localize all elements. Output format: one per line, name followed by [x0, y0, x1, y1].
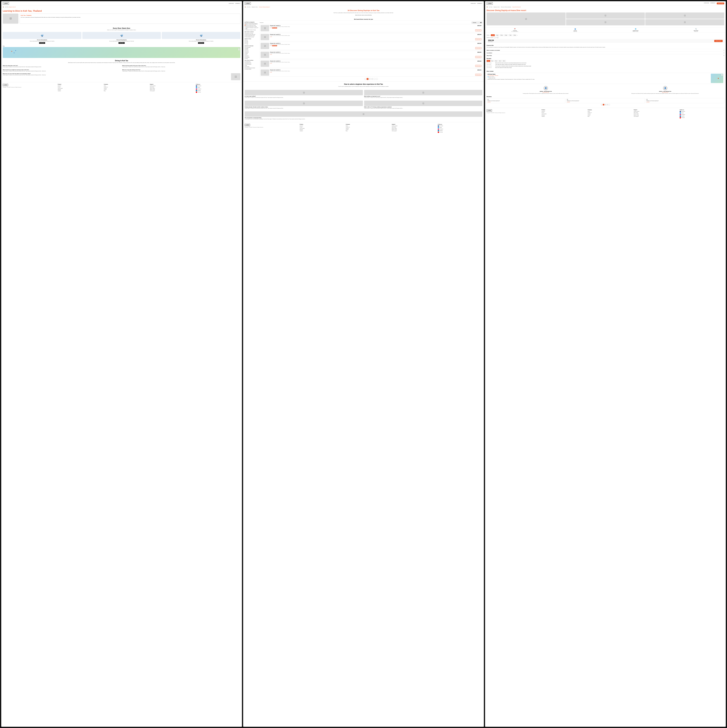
filter-checkbox[interactable]	[245, 69, 246, 69]
filter-checkbox[interactable]	[245, 47, 246, 47]
date-box-1[interactable]: 4 Feb	[495, 34, 499, 36]
filter-option-3-1[interactable]: English	[245, 48, 259, 49]
filter-checkbox[interactable]	[245, 63, 246, 63]
date-box-5[interactable]: 8 Feb	[513, 34, 516, 36]
footer-link-features[interactable]: Features	[58, 86, 61, 86]
map-zoom-in[interactable]: +	[238, 48, 240, 49]
footer-link-updates[interactable]: Updates	[542, 116, 545, 117]
header-nav-currency[interactable]: CURRENCY	[477, 3, 482, 4]
breadcrumb-item-2[interactable]: Beginner diver	[493, 6, 500, 8]
filter-option-3-8[interactable]: Norwegian	[245, 57, 259, 58]
footer-link-blog[interactable]: Blog	[588, 116, 590, 117]
filter-checkbox[interactable]	[245, 61, 246, 62]
filter-option-1-2[interactable]: Sairee (Small Chart area)	[245, 35, 259, 36]
filter-checkbox[interactable]	[245, 53, 246, 54]
filter-option-4-6[interactable]: Onsite Showers	[245, 69, 259, 70]
date-box-4[interactable]: 7 Feb	[509, 34, 512, 36]
filter-checkbox[interactable]	[245, 57, 246, 58]
date-next[interactable]: ›	[517, 35, 518, 36]
date-prev[interactable]: ‹	[490, 35, 490, 36]
divers-increase[interactable]: +	[497, 37, 498, 38]
filter-checkbox[interactable]	[245, 26, 246, 27]
footer-link-chat-support[interactable]: Chat support	[634, 116, 638, 117]
filter-option-3-4[interactable]: Spanish	[245, 52, 259, 53]
footer-link-about[interactable]: About	[346, 125, 348, 126]
header-nav-currency[interactable]: CURRENCY	[235, 3, 240, 4]
footer-link-reviews[interactable]: Reviews	[58, 89, 61, 90]
date-box-3[interactable]: 6 Feb	[504, 34, 508, 36]
filter-option-4-3[interactable]: Bar	[245, 65, 259, 66]
filter-option-3-6[interactable]: Thai	[245, 54, 259, 55]
breadcrumb-item-2[interactable]: Beginner diver	[252, 6, 258, 8]
header-nav-language[interactable]: LANGUAGE	[229, 3, 234, 4]
footer-social-link-youtube[interactable]: YouTube	[196, 92, 240, 93]
breadcrumb-item-1[interactable]: Koh Tao	[489, 6, 492, 8]
footer-social-link-linkedin[interactable]: LinkedIn	[438, 130, 482, 131]
date-box-2[interactable]: 5 Feb	[500, 34, 504, 36]
review-page-0[interactable]: ‹	[601, 104, 602, 106]
review-page-1[interactable]: 1	[603, 104, 604, 106]
explore-button[interactable]: EXPLORE	[119, 42, 125, 44]
page-btn-1[interactable]: 1	[367, 78, 368, 80]
filter-checkbox[interactable]	[245, 48, 246, 49]
footer-link-careers[interactable]: Careers	[588, 113, 591, 114]
footer-social-link-linkedin[interactable]: LinkedIn	[680, 116, 724, 117]
footer-link-pricing[interactable]: Pricing	[542, 112, 544, 113]
footer-link-report-a bug[interactable]: Report a bug	[392, 129, 397, 130]
filter-option-3-2[interactable]: French	[245, 49, 259, 50]
map-container[interactable]: +-	[3, 47, 240, 58]
filter-option-0-0[interactable]: Discover Scuba Dive (1 day)	[245, 25, 259, 26]
footer-link-case-studies[interactable]: Case studies	[58, 88, 63, 89]
filter-checkbox[interactable]	[245, 35, 246, 36]
accordion-0[interactable]: What's included, not included▾	[485, 49, 726, 52]
filter-checkbox[interactable]	[245, 65, 246, 66]
footer-link-getting-started[interactable]: Getting started	[634, 111, 639, 112]
itinerary-day-1[interactable]: Day 2	[490, 60, 494, 62]
filter-option-3-3[interactable]: German	[245, 50, 259, 51]
filter-option-1-0[interactable]: Anywhere on the bay	[245, 33, 259, 34]
filter-checkbox[interactable]	[245, 42, 246, 43]
review-page-3[interactable]: 3	[606, 104, 608, 106]
filter-option-4-5[interactable]: Camera Equipment Rental	[245, 67, 259, 68]
date-box-0[interactable]: 3 Feb	[491, 34, 495, 36]
footer-link-pricing[interactable]: Pricing	[300, 127, 302, 128]
footer-social-link-facebook[interactable]: Facebook	[196, 86, 240, 87]
page-btn-3[interactable]: 3	[371, 78, 373, 80]
book-now-button[interactable]: BOOK NOW	[714, 40, 722, 42]
footer-link-blog[interactable]: Blog	[104, 90, 105, 91]
footer-link-about[interactable]: About	[104, 86, 106, 86]
footer-social-link-facebook[interactable]: Facebook	[680, 111, 724, 112]
filter-checkbox[interactable]	[245, 64, 246, 64]
footer-link-report-a bug[interactable]: Report a bug	[150, 89, 155, 90]
footer-social-link-twitter[interactable]: Twitter	[196, 87, 240, 88]
header-nav-language[interactable]: LANGUAGE	[704, 3, 709, 5]
filter-checkbox[interactable]	[245, 49, 246, 50]
footer-social-link-instagram[interactable]: Instagram	[680, 114, 724, 115]
filter-option-4-0[interactable]: Training Pool	[245, 61, 259, 62]
filter-checkbox[interactable]	[245, 40, 246, 40]
itinerary-day-2[interactable]: Day 3	[495, 60, 498, 62]
itinerary-day-0[interactable]: Day 1	[487, 60, 490, 62]
dc-map[interactable]: ⤢	[711, 74, 723, 83]
itinerary-day-3[interactable]: Day 4	[498, 60, 502, 62]
filter-checkbox[interactable]	[245, 67, 246, 68]
footer-link-help-center[interactable]: Help center	[634, 112, 638, 113]
divers-decrease[interactable]: -	[494, 37, 495, 38]
filter-option-2-0[interactable]: 0 day	[245, 40, 259, 41]
filter-option-3-7[interactable]: Swedish	[245, 55, 259, 57]
footer-link-getting-started[interactable]: Getting started	[150, 86, 155, 86]
footer-social-link-twitter[interactable]: Twitter	[438, 127, 482, 128]
footer-link-updates[interactable]: Updates	[58, 90, 61, 91]
footer-link-help-center[interactable]: Help center	[392, 127, 396, 128]
filter-checkbox[interactable]	[245, 54, 246, 55]
footer-link-updates[interactable]: Updates	[300, 130, 303, 131]
footer-link-case-studies[interactable]: Case studies	[542, 113, 547, 114]
view-course-button[interactable]: View course	[475, 65, 481, 67]
header-cta-button[interactable]: BOOK NOW	[717, 3, 724, 5]
footer-link-server-status[interactable]: Server status	[392, 128, 397, 129]
footer-link-culture[interactable]: Culture	[104, 89, 107, 90]
explore-button[interactable]: EXPLORE	[198, 42, 204, 44]
footer-social-link-youtube[interactable]: YouTube	[438, 132, 482, 133]
filter-option-0-3[interactable]: Advanced Courses (2-5 day)	[245, 29, 259, 31]
breadcrumb-item-2[interactable]: Beginner diver ▾	[9, 6, 16, 8]
